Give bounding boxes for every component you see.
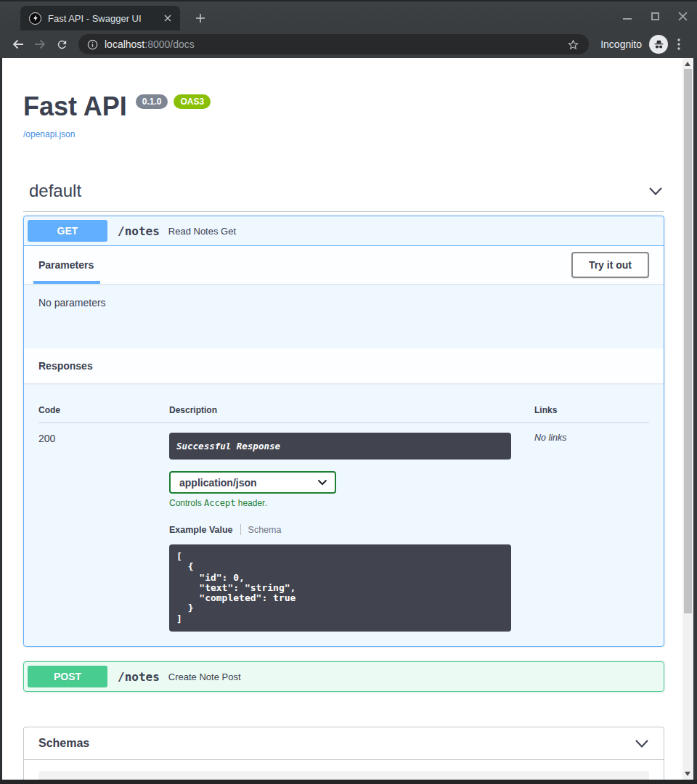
responses-header: Responses bbox=[24, 348, 664, 383]
browser-window: Fast API - Swagger UI localho bbox=[0, 0, 697, 784]
response-description: Successful Response bbox=[169, 433, 511, 460]
controls-suffix: header. bbox=[235, 498, 266, 508]
parameters-header: Parameters Try it out bbox=[24, 246, 664, 284]
browser-titlebar: Fast API - Swagger UI bbox=[0, 0, 697, 30]
tab-divider bbox=[240, 524, 241, 535]
scrollbar-up-arrow[interactable] bbox=[685, 62, 690, 66]
post-notes-summary[interactable]: POST /notes Create Note Post bbox=[24, 662, 664, 691]
fastapi-favicon-icon bbox=[29, 12, 41, 25]
tab-parameters[interactable]: Parameters bbox=[38, 259, 94, 271]
post-method-button[interactable]: POST bbox=[28, 666, 107, 687]
tag-section-default[interactable]: default bbox=[23, 181, 664, 212]
window-controls bbox=[621, 1, 688, 30]
no-parameters-text: No parameters bbox=[24, 284, 664, 348]
example-json-block[interactable]: [ { "id": 0, "text": "string", "complete… bbox=[169, 544, 511, 632]
openapi-spec-link[interactable]: /openapi.json bbox=[23, 129, 75, 139]
window-frame-right bbox=[693, 58, 697, 780]
get-method-button[interactable]: GET bbox=[28, 220, 107, 242]
get-summary-text: Read Notes Get bbox=[168, 226, 236, 237]
response-description-cell: Successful Response application/json Con… bbox=[169, 423, 534, 632]
responses-body: Code Description Links 200 Successful Re… bbox=[24, 383, 664, 646]
reload-icon[interactable] bbox=[51, 33, 73, 55]
opblock-post-notes: POST /notes Create Note Post bbox=[23, 661, 664, 692]
get-notes-summary[interactable]: GET /notes Read Notes Get bbox=[24, 216, 664, 246]
parameters-tab-underline bbox=[33, 281, 100, 284]
schemas-title: Schemas bbox=[38, 737, 89, 750]
model-container-note: Note bbox=[38, 771, 649, 780]
code-column-header: Code bbox=[38, 405, 169, 423]
responses-title: Responses bbox=[38, 360, 93, 372]
post-summary-text: Create Note Post bbox=[168, 671, 241, 682]
new-tab-button[interactable] bbox=[190, 8, 211, 28]
chevron-down-icon[interactable] bbox=[648, 187, 663, 196]
schemas-section: Schemas Note bbox=[23, 727, 664, 780]
browser-tab[interactable]: Fast API - Swagger UI bbox=[20, 6, 180, 30]
browser-toolbar: localhost:8000/docs Incognito bbox=[0, 30, 697, 58]
media-type-select[interactable]: application/json bbox=[169, 471, 336, 494]
close-button[interactable] bbox=[677, 10, 688, 22]
minimize-button[interactable] bbox=[621, 10, 633, 22]
url-host: localhost bbox=[105, 38, 144, 50]
response-code: 200 bbox=[38, 423, 169, 632]
incognito-label: Incognito bbox=[600, 38, 642, 50]
tab-example-value[interactable]: Example Value bbox=[169, 525, 233, 535]
page-info-icon[interactable] bbox=[87, 39, 98, 50]
tab-title: Fast API - Swagger UI bbox=[48, 13, 161, 24]
api-info: Fast API 0.1.0 OAS3 /openapi.json bbox=[23, 91, 664, 140]
select-chevron-down-icon bbox=[317, 479, 327, 486]
page-scrollbar[interactable] bbox=[682, 58, 693, 780]
media-type-value: application/json bbox=[179, 477, 257, 489]
tab-schema[interactable]: Schema bbox=[248, 525, 282, 535]
chevron-down-icon[interactable] bbox=[635, 739, 649, 748]
controls-accept-note: Controls Accept header. bbox=[169, 498, 534, 508]
back-icon[interactable] bbox=[7, 33, 29, 55]
url-bar[interactable]: localhost:8000/docs bbox=[78, 34, 589, 54]
tab-close-icon[interactable] bbox=[161, 12, 174, 25]
get-path: /notes bbox=[118, 224, 160, 238]
opblock-get-notes: GET /notes Read Notes Get Parameters Try… bbox=[23, 216, 664, 647]
incognito-icon bbox=[649, 35, 668, 54]
tag-title: default bbox=[29, 181, 81, 201]
scrollbar-thumb[interactable] bbox=[684, 69, 692, 613]
forward-icon[interactable] bbox=[29, 33, 51, 55]
model-example-tabs: Example Value Schema bbox=[169, 524, 534, 535]
page-title: Fast API bbox=[23, 91, 127, 122]
controls-prefix: Controls bbox=[169, 498, 204, 508]
window-frame-bottom bbox=[0, 780, 697, 784]
response-links: No links bbox=[534, 423, 649, 632]
schemas-header[interactable]: Schemas bbox=[24, 727, 664, 760]
browser-menu-icon[interactable] bbox=[668, 33, 690, 55]
description-column-header: Description bbox=[169, 405, 534, 423]
version-badge: 0.1.0 bbox=[136, 94, 168, 109]
page-viewport: Fast API 0.1.0 OAS3 /openapi.json defaul… bbox=[2, 58, 682, 780]
schemas-body: Note bbox=[24, 760, 664, 780]
url-path: :8000/docs bbox=[144, 38, 195, 50]
url-text[interactable]: localhost:8000/docs bbox=[105, 38, 566, 50]
bookmark-star-icon[interactable] bbox=[566, 38, 580, 52]
try-it-out-button[interactable]: Try it out bbox=[571, 252, 649, 278]
oas3-badge: OAS3 bbox=[174, 94, 211, 109]
maximize-button[interactable] bbox=[649, 10, 661, 22]
links-column-header: Links bbox=[534, 405, 649, 423]
response-row-200: 200 Successful Response application/json… bbox=[38, 423, 649, 632]
controls-accept-code: Accept bbox=[204, 498, 235, 508]
post-path: /notes bbox=[118, 670, 160, 684]
scrollbar-down-arrow[interactable] bbox=[685, 772, 690, 776]
